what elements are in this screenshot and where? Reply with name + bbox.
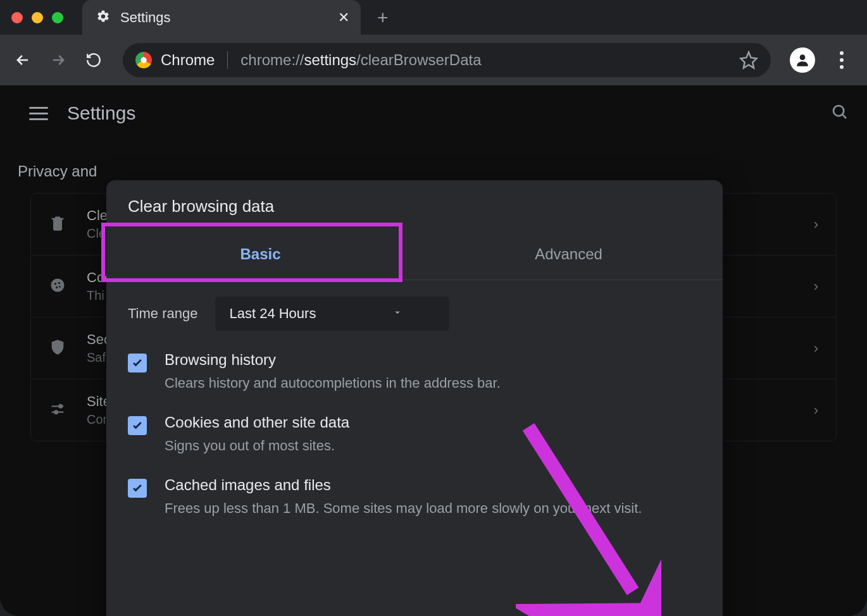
url-path: /clearBrowserData bbox=[356, 51, 481, 68]
gear-icon bbox=[96, 9, 110, 26]
svg-point-6 bbox=[59, 286, 61, 288]
shield-icon bbox=[49, 338, 70, 359]
svg-point-2 bbox=[51, 278, 65, 292]
chrome-menu-button[interactable] bbox=[829, 51, 854, 69]
time-range-value: Last 24 Hours bbox=[229, 305, 316, 322]
tab-title: Settings bbox=[120, 9, 328, 26]
sliders-icon bbox=[49, 400, 70, 421]
time-range-row: Time range Last 24 Hours bbox=[128, 297, 701, 331]
caret-down-icon bbox=[392, 307, 403, 321]
tab-basic[interactable]: Basic bbox=[106, 229, 415, 280]
omnibox-url: chrome://settings/clearBrowserData bbox=[240, 51, 481, 69]
chevron-right-icon: › bbox=[814, 278, 818, 295]
chevron-right-icon: › bbox=[814, 216, 818, 233]
hamburger-menu-button[interactable] bbox=[29, 107, 48, 120]
browser-tab[interactable]: Settings ✕ bbox=[82, 0, 361, 35]
option-subtitle: Frees up less than 1 MB. Some sites may … bbox=[165, 498, 701, 519]
dialog-title: Clear browsing data bbox=[106, 180, 723, 216]
svg-point-1 bbox=[833, 106, 844, 116]
option-cookies: Cookies and other site data Signs you ou… bbox=[128, 393, 701, 456]
dialog-body: Time range Last 24 Hours Browsing histor… bbox=[106, 280, 723, 519]
option-title: Cookies and other site data bbox=[165, 414, 701, 431]
omnibox-separator bbox=[227, 51, 228, 69]
close-icon[interactable]: ✕ bbox=[338, 9, 349, 26]
window-maximize-button[interactable] bbox=[52, 12, 63, 23]
option-cache: Cached images and files Frees up less th… bbox=[128, 456, 701, 519]
checkbox-cache[interactable] bbox=[128, 479, 147, 498]
svg-point-4 bbox=[58, 281, 60, 283]
svg-point-0 bbox=[800, 54, 806, 60]
profile-button[interactable] bbox=[790, 47, 815, 73]
settings-page: Settings Privacy and Cle Cle › Coo Thi › bbox=[0, 85, 867, 616]
url-host: settings bbox=[304, 51, 356, 68]
option-browsing-history: Browsing history Clears history and auto… bbox=[128, 331, 701, 393]
omnibox-site-label: Chrome bbox=[161, 51, 215, 69]
time-range-label: Time range bbox=[128, 305, 197, 322]
address-bar[interactable]: Chrome chrome://settings/clearBrowserDat… bbox=[123, 43, 771, 77]
option-title: Browsing history bbox=[165, 351, 701, 369]
option-subtitle: Clears history and autocompletions in th… bbox=[165, 373, 701, 393]
bookmark-star-icon[interactable] bbox=[739, 51, 758, 70]
chrome-logo-icon bbox=[135, 52, 152, 68]
svg-point-7 bbox=[59, 405, 62, 408]
time-range-select[interactable]: Last 24 Hours bbox=[215, 297, 449, 331]
tab-advanced[interactable]: Advanced bbox=[415, 229, 723, 280]
checkbox-cookies[interactable] bbox=[128, 416, 147, 435]
svg-point-5 bbox=[56, 286, 58, 288]
svg-point-8 bbox=[54, 410, 58, 414]
page-title: Settings bbox=[67, 102, 135, 124]
clear-browsing-data-dialog: Clear browsing data Basic Advanced Time … bbox=[106, 180, 723, 616]
svg-point-3 bbox=[54, 283, 56, 285]
dialog-tabs: Basic Advanced bbox=[106, 229, 723, 280]
reload-button[interactable] bbox=[78, 45, 109, 75]
option-subtitle: Signs you out of most sites. bbox=[165, 435, 701, 456]
trash-icon bbox=[49, 214, 70, 235]
window-close-button[interactable] bbox=[11, 12, 23, 23]
option-title: Cached images and files bbox=[165, 476, 701, 494]
chevron-right-icon: › bbox=[814, 402, 818, 419]
window-minimize-button[interactable] bbox=[32, 12, 43, 23]
checkbox-browsing-history[interactable] bbox=[128, 354, 147, 373]
window-titlebar: Settings ✕ + bbox=[0, 0, 867, 35]
settings-header: Settings bbox=[0, 85, 867, 130]
url-scheme: chrome:// bbox=[240, 51, 304, 68]
chevron-right-icon: › bbox=[814, 340, 818, 357]
forward-button[interactable] bbox=[43, 45, 73, 75]
search-button[interactable] bbox=[830, 102, 849, 124]
traffic-lights bbox=[11, 12, 63, 23]
cookie-icon bbox=[49, 276, 70, 297]
back-button[interactable] bbox=[8, 45, 38, 75]
browser-toolbar: Chrome chrome://settings/clearBrowserDat… bbox=[0, 35, 867, 85]
new-tab-button[interactable]: + bbox=[377, 7, 389, 28]
